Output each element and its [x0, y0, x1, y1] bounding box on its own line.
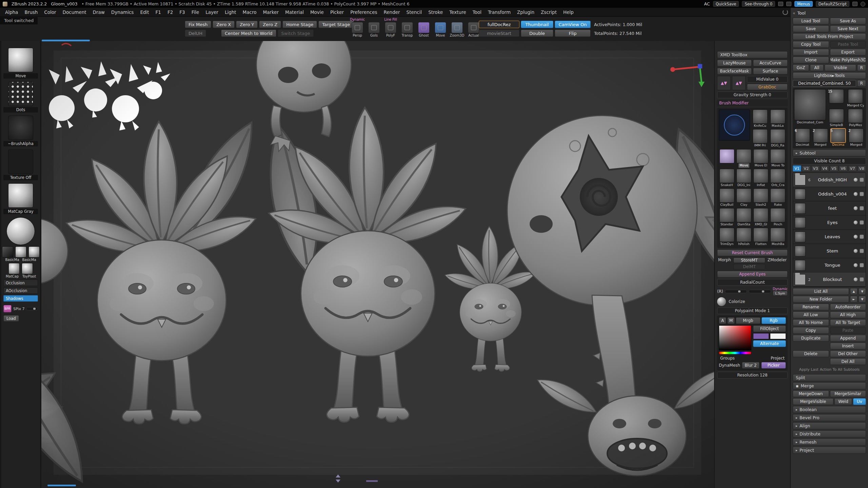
- load-tool-button[interactable]: Load Tool: [793, 18, 829, 24]
- split-section-header[interactable]: Split: [793, 374, 866, 381]
- move-down-icon[interactable]: ▼: [859, 288, 866, 295]
- version-tab[interactable]: V5: [830, 165, 838, 171]
- subtool-row[interactable]: Oddish_v004: [793, 187, 866, 201]
- canvas-hscroll-bottom[interactable]: [47, 485, 76, 486]
- tool-slot[interactable]: 6 Decimat: [794, 128, 811, 147]
- brush-slot[interactable]: Flatten: [753, 228, 769, 246]
- layout-icon[interactable]: [852, 2, 857, 6]
- save-as-button[interactable]: Save As: [830, 18, 866, 24]
- subtool-thumbnail[interactable]: [795, 203, 806, 214]
- spix-slider[interactable]: [26, 307, 38, 310]
- shelf-icon-button[interactable]: Move: [433, 18, 448, 37]
- gear-icon[interactable]: [860, 249, 864, 253]
- subtool-thumbnail[interactable]: [795, 217, 806, 228]
- occlusion-toggle[interactable]: Occlusion: [3, 280, 38, 286]
- shelf-icon-button[interactable]: Ghost: [417, 18, 431, 37]
- quicksave-button[interactable]: QuickSave: [713, 1, 739, 7]
- menu-item[interactable]: Color: [41, 9, 59, 16]
- menu-item[interactable]: Edit: [137, 9, 152, 16]
- double-toggle[interactable]: Double: [521, 29, 553, 37]
- blur-stepper[interactable]: Blur 2: [742, 362, 760, 369]
- accucurve-toggle[interactable]: AccuCurve: [753, 60, 788, 66]
- menu-item[interactable]: Zscript: [538, 9, 560, 16]
- saturation-square[interactable]: [719, 325, 751, 350]
- session-restore-icon[interactable]: [861, 2, 865, 6]
- mergevisible-button[interactable]: MergeVisible: [793, 398, 833, 405]
- material-swatch[interactable]: [28, 246, 40, 258]
- material-swatch[interactable]: [15, 246, 26, 258]
- project-label[interactable]: Project: [771, 356, 785, 361]
- shelf-button[interactable]: Home Stage: [282, 21, 317, 28]
- menu-item[interactable]: F1: [153, 9, 164, 16]
- menu-item[interactable]: Alpha: [2, 9, 21, 16]
- current-material-thumbnail[interactable]: [8, 183, 33, 208]
- brush-slot[interactable]: Move To: [770, 149, 786, 168]
- subtool-section-header[interactable]: Subtool: [793, 149, 866, 157]
- shelf-icon-button[interactable]: Dynamic Persp: [350, 18, 364, 37]
- color-a-button[interactable]: A: [719, 317, 726, 324]
- brush-slot[interactable]: ClayBuil: [719, 188, 735, 207]
- surface-toggle[interactable]: Surface: [753, 68, 788, 75]
- eye-icon[interactable]: [853, 220, 858, 225]
- new-folder-button[interactable]: New Folder: [793, 296, 849, 303]
- brush-slot[interactable]: MaskLa: [769, 109, 786, 128]
- subtool-thumbnail[interactable]: [795, 246, 806, 257]
- subtool-action-right[interactable]: Paste: [830, 327, 866, 334]
- version-tab[interactable]: V2: [802, 165, 810, 171]
- subtool-action-right[interactable]: Del Other: [830, 350, 866, 357]
- mrgb-button[interactable]: Mrgb: [736, 317, 761, 324]
- subtool-action-right[interactable]: All High: [830, 311, 866, 318]
- tool-r-button[interactable]: R: [857, 80, 866, 87]
- make-polymesh3d-button[interactable]: Make PolyMesh3D: [830, 57, 866, 63]
- uv-button[interactable]: Uv: [853, 398, 866, 405]
- brush-modifier-header[interactable]: Brush Modifier: [717, 100, 788, 106]
- current-texture-thumbnail[interactable]: [8, 149, 33, 174]
- lazymouse-toggle[interactable]: LazyMouse: [717, 60, 752, 66]
- goz-button[interactable]: GoZ: [793, 64, 809, 71]
- eye-icon[interactable]: [853, 235, 858, 239]
- main-color-swatch[interactable]: [753, 333, 769, 339]
- import-button[interactable]: Import: [793, 49, 829, 56]
- menu-item[interactable]: Material: [282, 9, 307, 16]
- subtool-thumbnail[interactable]: [795, 175, 806, 185]
- menu-item[interactable]: F3: [176, 9, 188, 16]
- storemt-button[interactable]: StoreMT: [733, 258, 765, 263]
- shelf-icon-button[interactable]: Gols: [367, 18, 381, 37]
- radialcount-slider[interactable]: RadialCount: [717, 279, 788, 286]
- gear-icon[interactable]: [860, 206, 864, 210]
- gear-icon[interactable]: [860, 178, 864, 182]
- brush-slot[interactable]: DGG_Ini: [736, 169, 752, 187]
- subtool-row[interactable]: feet: [793, 201, 866, 216]
- eye-icon[interactable]: [853, 263, 858, 267]
- sculpt-canvas[interactable]: [41, 41, 714, 488]
- moviestart-button[interactable]: movieStart: [479, 29, 519, 37]
- shelf-icon-button[interactable]: Transp: [400, 18, 414, 37]
- dynamesh-resolution-slider[interactable]: Resolution 128: [717, 372, 788, 379]
- lightbox-tools-button[interactable]: Lightbox►Tools: [793, 72, 866, 79]
- eye-icon[interactable]: [853, 249, 858, 253]
- menu-item[interactable]: Preferences: [347, 9, 380, 16]
- camview-toggle[interactable]: CamView On: [555, 21, 591, 28]
- midvalue-slider[interactable]: MidValue 0: [747, 76, 788, 83]
- subtool-action-left[interactable]: Rename: [793, 304, 829, 310]
- save-next-button[interactable]: Save Next: [830, 25, 866, 32]
- menu-item[interactable]: Light: [222, 9, 239, 16]
- subtool-action-right[interactable]: All To Target: [830, 319, 866, 326]
- brush-slot[interactable]: IMM Pri: [752, 129, 768, 148]
- move-up-icon[interactable]: ▲: [850, 288, 857, 295]
- version-tab[interactable]: V8: [857, 165, 866, 171]
- picker-button[interactable]: Picker: [761, 362, 786, 369]
- eye-icon[interactable]: [853, 206, 858, 210]
- menu-item[interactable]: Movie: [307, 9, 327, 16]
- deluh-button[interactable]: DelUH: [185, 29, 206, 37]
- polypaint-mode-slider[interactable]: Polypaint Mode 1: [717, 307, 788, 314]
- subtool-row[interactable]: 2 Blockout: [793, 272, 866, 287]
- backfacemask-toggle[interactable]: BackfaceMask: [717, 68, 752, 75]
- current-stroke-thumbnail[interactable]: [8, 82, 33, 106]
- subtool-action-right[interactable]: Append: [830, 335, 866, 342]
- refresh-icon[interactable]: [783, 9, 788, 15]
- gear-icon[interactable]: [860, 277, 864, 282]
- gear-icon[interactable]: [860, 235, 864, 239]
- tool-slot[interactable]: 15: [827, 89, 846, 108]
- delmt-button[interactable]: DelMT: [733, 264, 765, 269]
